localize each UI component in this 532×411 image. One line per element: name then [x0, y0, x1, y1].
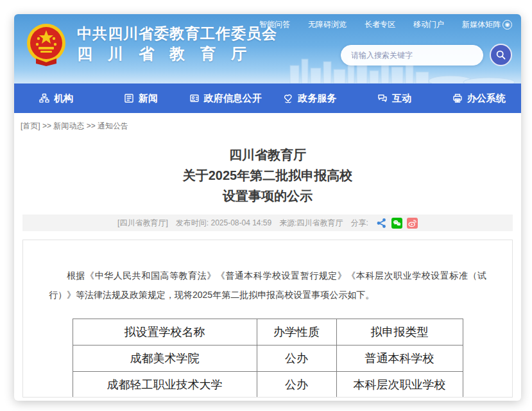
news-icon — [124, 93, 134, 103]
gov-info-icon — [189, 93, 200, 103]
office-system-icon — [452, 93, 463, 103]
table-row: 成都轻工职业技术大学 公办 本科层次职业学校 — [73, 372, 463, 398]
cell-school-nature: 公办 — [257, 372, 336, 398]
nav-item-gov-services[interactable]: 政务服务 — [268, 83, 352, 113]
cell-apply-type: 本科层次职业学校 — [336, 372, 463, 398]
nav-item-label: 机构 — [54, 92, 73, 105]
national-emblem-icon — [23, 21, 69, 67]
org-chart-icon — [39, 93, 49, 103]
quick-link-mobile-portal[interactable]: 移动门户 — [413, 19, 444, 30]
site-title-line2: 四川省教育厅 — [77, 43, 277, 65]
new-media-matrix-icon: ◉ — [502, 20, 512, 30]
article-content-box: 根据《中华人民共和国高等教育法》《普通本科学校设置暂行规定》《本科层次职业学校设… — [22, 240, 513, 398]
share-nodes-icon[interactable] — [376, 218, 387, 229]
search-input[interactable] — [341, 45, 483, 66]
nav-item-label: 政务服务 — [298, 92, 336, 105]
cell-school-name: 成都轻工职业技术大学 — [73, 372, 257, 398]
nav-item-label: 政府信息公开 — [204, 92, 262, 105]
nav-item-label: 办公系统 — [467, 92, 506, 105]
nav-item-interaction[interactable]: 互动 — [352, 83, 437, 113]
site-title-line1: 中共四川省委教育工作委员会 — [77, 24, 277, 43]
search-button[interactable] — [490, 44, 512, 66]
nav-item-orgs[interactable]: 机构 — [14, 83, 99, 113]
table-header-row: 拟设置学校名称 办学性质 拟申报类型 — [73, 319, 463, 345]
search-bar — [341, 44, 512, 66]
wechat-share-icon[interactable] — [391, 218, 402, 229]
meta-publish-time: 2025-08-04 14:59 — [210, 218, 271, 227]
nav-item-gov-info[interactable]: 政府信息公开 — [183, 83, 268, 113]
site-title: 中共四川省委教育工作委员会 四川省教育厅 — [77, 24, 277, 65]
school-table: 拟设置学校名称 办学性质 拟申报类型 成都美术学院 公办 普通本科学校 成都轻工… — [73, 319, 463, 398]
article-paragraph: 根据《中华人民共和国高等教育法》《普通本科学校设置暂行规定》《本科层次职业学校设… — [49, 266, 486, 304]
meta-origin: 来源:四川省教育厅 — [279, 218, 343, 229]
interaction-icon — [377, 93, 388, 103]
cell-apply-type: 普通本科学校 — [336, 345, 463, 372]
meta-publish: 发布时间: 2025-08-04 14:59 — [176, 218, 271, 229]
table-header-apply-type: 拟申报类型 — [336, 319, 463, 345]
weibo-share-icon[interactable] — [407, 218, 418, 229]
breadcrumb[interactable]: [首页] >> 新闻动态 >> 通知公告 — [14, 113, 521, 138]
article-title: 四川省教育厅 关于2025年第二批拟申报高校 设置事项的公示 — [14, 144, 521, 206]
table-row: 成都美术学院 公办 普通本科学校 — [73, 345, 463, 372]
site-banner: 中共四川省委教育工作委员会 四川省教育厅 智能问答 无障碍浏览 长者专区 移动门… — [14, 14, 521, 83]
article-meta-bar: [四川省教育厅] 发布时间: 2025-08-04 14:59 来源:四川省教育… — [22, 214, 513, 231]
page-card: 中共四川省委教育工作委员会 四川省教育厅 智能问答 无障碍浏览 长者专区 移动门… — [14, 14, 521, 401]
share-icons — [376, 218, 418, 229]
meta-share-label: 分享: — [351, 218, 368, 229]
article-title-line3: 设置事项的公示 — [14, 186, 521, 206]
table-header-school-name: 拟设置学校名称 — [73, 319, 257, 345]
nav-item-label: 新闻 — [139, 92, 158, 105]
article-title-line1: 四川省教育厅 — [14, 144, 521, 165]
search-icon — [495, 49, 506, 60]
site-brand[interactable]: 中共四川省委教育工作委员会 四川省教育厅 — [23, 21, 277, 67]
nav-item-label: 互动 — [392, 92, 411, 105]
quick-link-senior-zone[interactable]: 长者专区 — [365, 19, 395, 30]
nav-item-office-system[interactable]: 办公系统 — [436, 83, 521, 113]
quick-links-bar: 智能问答 无障碍浏览 长者专区 移动门户 新媒体矩阵 ◉ — [259, 19, 512, 30]
cell-school-nature: 公办 — [257, 345, 336, 372]
quick-link-new-media[interactable]: 新媒体矩阵 ◉ — [462, 19, 512, 30]
table-header-school-nature: 办学性质 — [257, 319, 336, 345]
quick-link-accessibility[interactable]: 无障碍浏览 — [308, 19, 347, 30]
meta-source-bracket: [四川省教育厅] — [117, 218, 168, 229]
main-nav: 机构 新闻 政府信息公开 — [14, 83, 521, 113]
article-title-line2: 关于2025年第二批拟申报高校 — [14, 165, 521, 186]
quick-link-new-media-label: 新媒体矩阵 — [462, 19, 501, 30]
quick-link-smart-qa[interactable]: 智能问答 — [259, 19, 290, 30]
nav-item-news[interactable]: 新闻 — [99, 83, 184, 113]
meta-publish-label: 发布时间: — [176, 218, 209, 227]
service-heart-icon — [283, 93, 293, 103]
cell-school-name: 成都美术学院 — [73, 345, 257, 372]
